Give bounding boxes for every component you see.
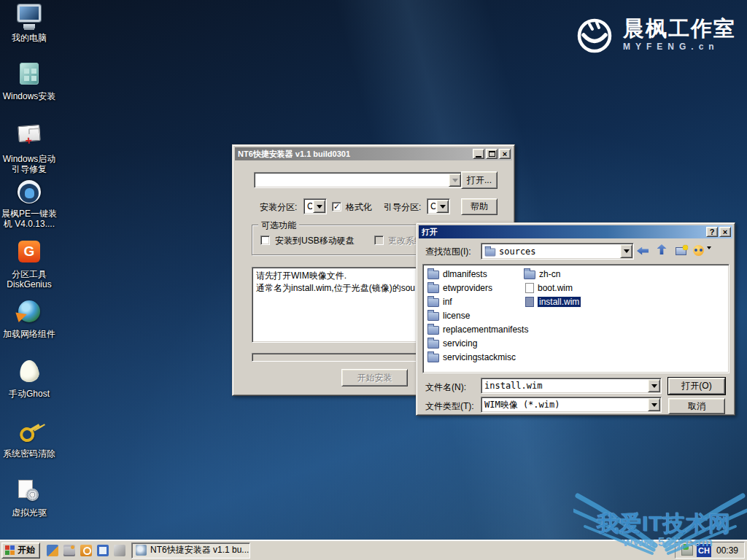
combobox-dropdown-icon[interactable] xyxy=(313,200,325,213)
search-folder-icon[interactable] xyxy=(80,545,92,556)
open-button[interactable]: 打开(O) xyxy=(668,378,725,394)
folder-icon xyxy=(524,271,535,279)
question-icon: ? xyxy=(710,228,715,236)
list-item-file[interactable]: boot.wim xyxy=(524,281,581,295)
capture-icon[interactable] xyxy=(97,545,109,556)
desktop-icon-virtual-drive[interactable]: 虚拟光驱 xyxy=(0,478,58,518)
list-item-folder[interactable]: license xyxy=(427,308,528,322)
hardware-tray-icon[interactable] xyxy=(681,545,693,556)
folder-icon xyxy=(427,326,439,335)
optional-features-label: 可选功能 xyxy=(258,219,299,232)
ghost-circle-icon xyxy=(18,180,41,203)
start-install-button[interactable]: 开始安装 xyxy=(341,369,408,386)
boot-partition-combobox[interactable]: C xyxy=(427,198,450,214)
list-item-folder[interactable]: etwproviders xyxy=(427,281,528,295)
back-icon[interactable] xyxy=(635,244,650,257)
list-item-folder[interactable]: servicing xyxy=(427,336,528,350)
start-logo-icon xyxy=(5,545,15,555)
first-aid-kit-icon xyxy=(18,125,40,142)
usb-install-checkbox[interactable] xyxy=(260,236,270,245)
file-type-combobox[interactable]: WIM映像 (*.wim) xyxy=(481,397,662,413)
folder-icon xyxy=(485,248,495,256)
help-button[interactable]: ? xyxy=(706,227,718,237)
look-in-label: 查找范围(I): xyxy=(425,246,471,258)
folder-icon xyxy=(427,340,439,349)
look-in-value: sources xyxy=(499,246,619,257)
taskbar: 开始 NT6快捷安装器 v1.1 bu... CH 00:39 xyxy=(0,540,747,560)
brand-title: 晨枫工作室 xyxy=(623,17,736,40)
chevron-down-icon[interactable] xyxy=(707,249,711,260)
printer-icon[interactable] xyxy=(63,545,75,556)
chenfeng-logo-icon xyxy=(573,13,616,55)
list-item-folder[interactable]: servicingstackmisc xyxy=(427,350,528,364)
combobox-dropdown-icon[interactable] xyxy=(436,200,449,213)
list-item-file-selected[interactable]: install.wim xyxy=(524,295,581,308)
combobox-dropdown-icon[interactable] xyxy=(648,379,660,392)
view-menu-icon[interactable] xyxy=(691,244,705,257)
file-type-label: 文件类型(T): xyxy=(425,400,474,413)
open-dialog-title: 打开 xyxy=(422,227,706,238)
key-icon xyxy=(13,416,45,447)
nt6-titlebar[interactable]: NT6快捷安装器 v1.1 build0301 × xyxy=(235,147,512,160)
ghost-icon xyxy=(18,359,40,383)
folder-icon xyxy=(427,271,439,279)
open-dialog-titlebar[interactable]: 打开 ? × xyxy=(419,225,732,238)
maximize-button[interactable] xyxy=(486,149,498,159)
list-item-folder[interactable]: zh-cn xyxy=(524,267,581,281)
list-item-folder[interactable]: dlmanifests xyxy=(427,267,528,281)
desktop-icon-pe-installer[interactable]: 晨枫PE一键装机 V4.0.13.... xyxy=(0,179,58,229)
computer-icon xyxy=(18,4,41,22)
cancel-button[interactable]: 取消 xyxy=(668,398,725,414)
drive-icon[interactable] xyxy=(114,545,125,556)
file-list[interactable]: dlmanifests etwproviders inf license rep… xyxy=(422,264,729,373)
start-button[interactable]: 开始 xyxy=(1,542,40,559)
desktop-icon-diskgenius[interactable]: G 分区工具DiskGenius xyxy=(0,239,58,289)
nt6-window-title: NT6快捷安装器 v1.1 build0301 xyxy=(238,149,473,160)
desktop-icon-boot-repair[interactable]: Windows启动引导修复 xyxy=(0,120,58,174)
desktop-icon-windows-install[interactable]: Windows安装 xyxy=(0,61,58,101)
minimize-icon xyxy=(476,156,481,158)
diskgenius-icon: G xyxy=(18,241,40,262)
open-wim-button[interactable]: 打开... xyxy=(461,171,498,189)
install-partition-label: 安装分区: xyxy=(260,201,297,214)
show-desktop-icon[interactable] xyxy=(47,545,58,556)
combobox-dropdown-icon[interactable] xyxy=(648,398,660,411)
system-tray: CH 00:39 xyxy=(675,542,745,559)
desktop: 晨枫工作室 MYFENG.cn 我的电脑 Windows安装 Windows启动… xyxy=(0,0,747,560)
folder-icon xyxy=(427,312,439,321)
file-name-label: 文件名(N): xyxy=(425,381,466,394)
list-item-folder[interactable]: inf xyxy=(427,295,528,308)
install-partition-combobox[interactable]: C xyxy=(303,198,327,214)
open-file-dialog: 打开 ? × 查找范围(I): sources dlmanifests etwp… xyxy=(416,222,735,416)
minimize-button[interactable] xyxy=(473,149,484,159)
format-checkbox[interactable]: ✓ xyxy=(332,202,341,211)
combobox-dropdown-icon[interactable] xyxy=(620,244,632,258)
up-icon[interactable] xyxy=(654,243,669,256)
new-folder-icon[interactable] xyxy=(673,244,688,257)
format-checkbox-label[interactable]: 格式化 xyxy=(346,201,372,214)
file-icon xyxy=(525,297,534,307)
clock[interactable]: 00:39 xyxy=(715,545,740,556)
close-button[interactable]: × xyxy=(499,149,511,159)
taskbar-task-button[interactable]: NT6快捷安装器 v1.1 bu... xyxy=(131,542,250,559)
maximize-icon xyxy=(489,151,495,157)
folder-icon xyxy=(427,284,439,293)
wim-path-combobox[interactable] xyxy=(254,172,462,188)
desktop-icon-password-clear[interactable]: 系统密码清除 xyxy=(0,419,58,459)
help-button[interactable]: 帮助 xyxy=(461,198,498,215)
desktop-icon-my-computer[interactable]: 我的电脑 xyxy=(0,3,58,43)
brand-logo: 晨枫工作室 MYFENG.cn xyxy=(573,13,736,55)
folder-icon xyxy=(427,298,439,307)
file-name-combobox[interactable]: install.wim xyxy=(481,378,662,394)
desktop-icon-network[interactable]: 加载网络组件 xyxy=(0,299,58,339)
close-button[interactable]: × xyxy=(719,227,731,237)
list-item-folder[interactable]: replacementmanifests xyxy=(427,322,528,336)
desktop-icon-ghost[interactable]: 手动Ghost xyxy=(0,359,58,399)
look-in-combobox[interactable]: sources xyxy=(481,243,634,260)
watermark-site-name: 我爱IT技术网 xyxy=(597,509,731,539)
combobox-dropdown-icon[interactable] xyxy=(449,174,461,187)
close-icon: × xyxy=(723,228,727,236)
input-method-indicator[interactable]: CH xyxy=(697,544,711,557)
usb-install-checkbox-label[interactable]: 安装到USB移动硬盘 xyxy=(275,235,355,247)
disc-icon xyxy=(17,479,42,502)
